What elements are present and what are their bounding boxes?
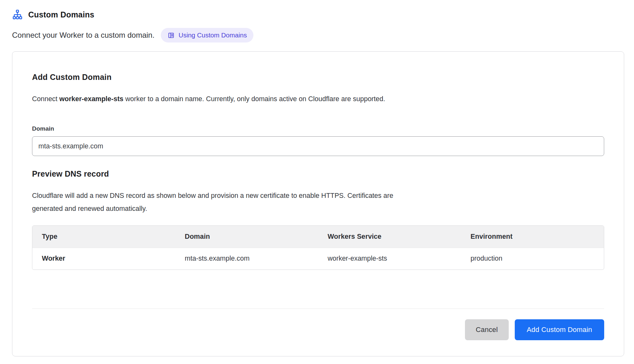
table-header-type: Type bbox=[32, 226, 175, 248]
card-intro: Connect worker-example-sts worker to a d… bbox=[32, 95, 604, 103]
table-header-row: Type Domain Workers Service Environment bbox=[32, 226, 604, 248]
table-cell-workers-service: worker-example-sts bbox=[318, 248, 461, 270]
preview-dns-description-line1: Cloudflare will add a new DNS record as … bbox=[32, 189, 604, 202]
add-custom-domain-button[interactable]: Add Custom Domain bbox=[515, 319, 604, 340]
intro-suffix: worker to a domain name. Currently, only… bbox=[123, 95, 385, 103]
table-cell-domain: mta-sts.example.com bbox=[175, 248, 318, 270]
table-cell-type: Worker bbox=[32, 248, 175, 270]
table-header-domain: Domain bbox=[175, 226, 318, 248]
preview-dns-description-line2: generated and renewed automatically. bbox=[32, 202, 604, 215]
docs-link-label: Using Custom Domains bbox=[179, 31, 247, 39]
card-actions: Cancel Add Custom Domain bbox=[32, 319, 604, 340]
footer-divider bbox=[32, 309, 604, 309]
page-title: Custom Domains bbox=[28, 10, 94, 19]
table-cell-environment: production bbox=[461, 248, 604, 270]
domain-label: Domain bbox=[32, 125, 604, 132]
worker-name: worker-example-sts bbox=[59, 95, 123, 103]
card-heading: Add Custom Domain bbox=[32, 73, 604, 82]
table-header-workers-service: Workers Service bbox=[318, 226, 461, 248]
preview-dns-heading: Preview DNS record bbox=[32, 169, 604, 179]
page-header: Custom Domains Connect your Worker to a … bbox=[12, 10, 624, 42]
book-open-icon bbox=[167, 32, 175, 39]
docs-link-using-custom-domains[interactable]: Using Custom Domains bbox=[161, 28, 253, 42]
intro-prefix: Connect bbox=[32, 95, 59, 103]
add-custom-domain-card: Add Custom Domain Connect worker-example… bbox=[12, 51, 624, 356]
table-row: Worker mta-sts.example.com worker-exampl… bbox=[32, 248, 604, 270]
domain-input[interactable] bbox=[32, 136, 604, 156]
preview-dns-description: Cloudflare will add a new DNS record as … bbox=[32, 189, 604, 215]
page-subtitle: Connect your Worker to a custom domain. bbox=[12, 31, 154, 40]
cancel-button[interactable]: Cancel bbox=[465, 319, 509, 340]
dns-preview-table: Type Domain Workers Service Environment … bbox=[32, 225, 604, 270]
page: Custom Domains Connect your Worker to a … bbox=[0, 0, 634, 356]
table-header-environment: Environment bbox=[461, 226, 604, 248]
sitemap-icon bbox=[12, 10, 23, 20]
